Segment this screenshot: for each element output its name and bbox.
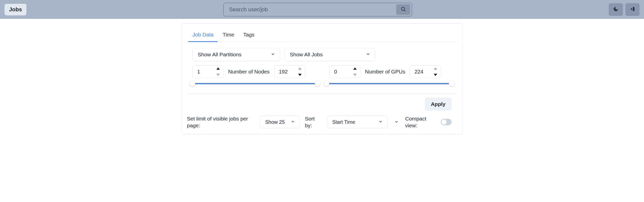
gpus-range-slider[interactable] [327, 81, 452, 86]
gpus-slider-thumb-max[interactable] [449, 81, 454, 86]
gpus-min-input[interactable] [330, 65, 350, 78]
top-bar: Jobs [0, 0, 644, 19]
partitions-select-label: Show All Partitions [198, 52, 242, 58]
gpus-min-increment[interactable] [350, 65, 360, 72]
gpus-label: Number of GPUs [365, 69, 405, 75]
caret-up-icon [216, 67, 220, 70]
chevron-down-icon [366, 52, 370, 58]
tabs: Job Data Time Tags [187, 28, 457, 42]
caret-up-icon [353, 67, 357, 70]
chevron-down-icon [291, 119, 295, 125]
nodes-slider-thumb-min[interactable] [190, 81, 195, 86]
nodes-max-decrement[interactable] [295, 72, 305, 78]
search-icon [400, 6, 406, 13]
filter-panel: Show All Partitions Show All Jobs [181, 42, 463, 86]
caret-down-icon [434, 74, 437, 76]
nodes-label: Number of Nodes [228, 69, 270, 75]
apply-button[interactable]: Apply [425, 98, 452, 111]
page-limit-value: Show 25 [265, 119, 285, 125]
sort-by-select[interactable]: Start Time [327, 116, 388, 128]
jobs-select-label: Show All Jobs [290, 52, 323, 58]
nodes-min-decrement[interactable] [213, 72, 223, 78]
gpus-range-group: Number of GPUs [329, 65, 452, 78]
gpus-slider-thumb-min[interactable] [324, 81, 329, 86]
caret-up-icon [434, 67, 437, 70]
top-actions [609, 3, 639, 16]
nodes-max-input[interactable] [274, 65, 295, 78]
sort-by-value: Start Time [332, 119, 355, 125]
caret-down-icon [353, 74, 357, 76]
search-button[interactable] [396, 4, 410, 15]
jobs-select[interactable]: Show All Jobs [285, 48, 375, 61]
sort-by-label: Sort by: [305, 115, 322, 129]
tab-tags[interactable]: Tags [243, 30, 254, 42]
search-container [223, 3, 412, 16]
nodes-max-increment[interactable] [295, 65, 305, 72]
nodes-slider-thumb-max[interactable] [315, 81, 320, 86]
gpus-max-stepper[interactable] [410, 65, 441, 78]
chevron-down-icon [271, 52, 275, 58]
nodes-min-increment[interactable] [213, 65, 223, 72]
gpus-min-stepper[interactable] [329, 65, 360, 78]
nodes-min-input[interactable] [193, 65, 213, 78]
sort-direction-button[interactable] [393, 118, 400, 126]
gpus-max-input[interactable] [410, 65, 430, 78]
slider-track [192, 83, 317, 84]
moon-icon [613, 6, 619, 13]
nodes-range-group: Number of Nodes [192, 65, 315, 78]
tab-time[interactable]: Time [223, 30, 234, 42]
partitions-select[interactable]: Show All Partitions [192, 48, 280, 61]
gpus-max-decrement[interactable] [430, 72, 441, 78]
logout-icon [630, 6, 635, 13]
compact-view-label: Compact view: [405, 115, 437, 129]
theme-toggle-button[interactable] [609, 3, 623, 16]
slider-track [327, 83, 452, 84]
page-limit-select[interactable]: Show 25 [260, 116, 300, 128]
nodes-max-stepper[interactable] [274, 65, 305, 78]
compact-view-toggle[interactable] [441, 119, 452, 125]
chevron-down-icon [378, 119, 383, 125]
gpus-max-increment[interactable] [430, 65, 441, 72]
settings-row: Set limit of visible jobs per page: Show… [181, 111, 463, 129]
nodes-range-slider[interactable] [192, 81, 317, 86]
caret-up-icon [298, 67, 302, 70]
caret-down-icon [216, 74, 220, 76]
filter-card: Job Data Time Tags Show All Partitions S… [181, 23, 463, 134]
gpus-min-decrement[interactable] [350, 72, 360, 78]
search-input[interactable] [224, 3, 395, 16]
nodes-min-stepper[interactable] [192, 65, 224, 78]
tab-job-data[interactable]: Job Data [192, 30, 214, 42]
toggle-knob [441, 119, 447, 125]
limit-label: Set limit of visible jobs per page: [187, 115, 255, 129]
logout-button[interactable] [625, 3, 639, 16]
svg-line-1 [404, 10, 405, 11]
caret-down-icon [298, 74, 302, 76]
jobs-brand-button[interactable]: Jobs [5, 4, 26, 15]
chevron-down-icon [394, 121, 399, 125]
